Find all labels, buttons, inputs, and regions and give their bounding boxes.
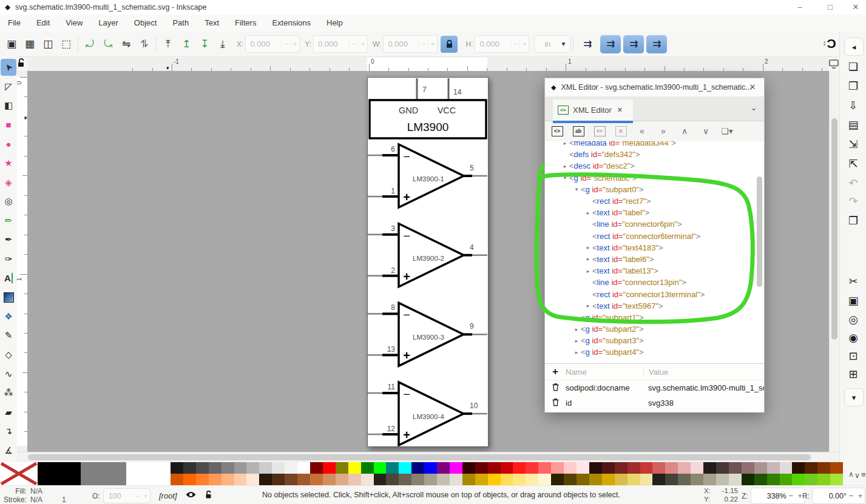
tab-xml-editor[interactable]: <> XML Editor ✕ [553,99,633,123]
expander-closed-icon[interactable]: ▸ [584,244,592,250]
xml-tree-row[interactable]: ▸<text id="label6"> [545,254,764,265]
swatch-c87137[interactable] [310,474,323,485]
current-layer[interactable]: [root] [159,491,177,500]
swatch-000080[interactable] [411,462,424,474]
swatch-b3b3b3[interactable] [246,462,259,474]
swatch-ffccaa[interactable] [234,474,247,485]
xml-tree-row[interactable]: ▸<text id="text5967"> [545,300,764,312]
minimize-button[interactable]: – [787,0,813,15]
swatch-89d019[interactable] [817,474,830,485]
menu-help[interactable]: Help [319,15,351,32]
swatch-6c5353[interactable] [729,462,742,474]
swatch-6ecc22[interactable] [805,474,817,485]
expander-closed-icon[interactable]: ▸ [561,141,569,146]
tab-close-icon[interactable]: ✕ [617,106,623,114]
close-button[interactable]: ✕ [842,0,866,15]
layer-lock-icon[interactable] [205,490,213,501]
swatch-ffe680[interactable] [513,474,526,485]
unit-selector[interactable]: in▼ [534,35,570,53]
opacity-decrement[interactable]: − [134,492,142,500]
tweak-tool[interactable]: ∿ [1,366,16,383]
expander-open-icon[interactable]: ▾ [572,186,581,192]
swatch-c6bfb1[interactable] [437,474,450,485]
calligraphy-tool[interactable]: ✒ [1,231,16,248]
swatch-ffcc00[interactable] [488,474,501,485]
swatch-22211c[interactable] [652,474,665,485]
swatch-676553[interactable] [678,474,691,485]
move-gradients-toggle[interactable]: ⇉ [623,35,644,53]
swatch-a3e635[interactable] [830,474,843,485]
menu-extensions[interactable]: Extensions [264,15,319,32]
menu-text[interactable]: Text [197,15,227,32]
menu-edit[interactable]: Edit [29,15,58,32]
swatch-ffffff[interactable] [297,462,310,474]
selector-tool[interactable]: ➤ [1,59,16,76]
swatch-ffb380[interactable] [222,474,234,485]
collapse-dock-icon[interactable]: ◂ [844,38,864,56]
opacity-input[interactable]: 100 − + [103,488,151,503]
swatch-deaa87[interactable] [336,474,348,485]
unindent-node-icon[interactable]: « [633,124,651,138]
swatch-008080[interactable] [386,462,399,474]
swatch-2b2200[interactable] [551,474,564,485]
swatch-800080[interactable] [437,462,450,474]
w-field[interactable]: 0.000−+ [383,35,438,53]
expander-closed-icon[interactable]: ▸ [584,303,592,309]
opacity-increment[interactable]: + [142,492,150,500]
xml-tree-row[interactable]: ▸<g id="subpart2"> [545,323,764,335]
swatch-ddbb44[interactable] [615,474,628,485]
swatch-ffdd55[interactable] [501,474,513,485]
swatch-a05a2c[interactable] [297,474,310,485]
swatch-ff9999[interactable] [551,462,564,474]
menu-filters[interactable]: Filters [227,15,264,32]
marker-tool[interactable]: ✑ [1,250,16,267]
zoom-center-page-icon[interactable]: ⊞ [844,366,862,383]
swatch-ffcccc[interactable] [564,462,577,474]
swatch-008000[interactable] [361,462,374,474]
swatch-ff9955[interactable] [209,474,222,485]
swatch-803300[interactable] [817,462,830,474]
xml-tree-row[interactable]: ▸<metadata id="metadata344"> [545,141,764,149]
swatch-552200[interactable] [805,462,817,474]
lock-width-height-button[interactable] [441,36,458,53]
zoom-input[interactable]: 338% − + [751,488,805,504]
flip-horizontal-icon[interactable]: ⇋ [117,35,135,53]
expander-open-icon[interactable]: ▾ [561,175,569,181]
swatch-e9afaf[interactable] [678,462,691,474]
chevron-down-icon[interactable]: ⌄ [751,104,757,112]
xml-tree-row[interactable]: <line id="connector6pin"> [545,218,764,230]
xml-tree-row[interactable]: ▸<text id="label13"> [545,265,764,277]
swatch-4d4536[interactable] [386,474,399,485]
swatch-28170b[interactable] [259,474,272,485]
swatch-502d16[interactable] [272,474,285,485]
swatch-aa4400[interactable] [830,462,843,474]
swatch-aa8800[interactable] [462,474,475,485]
new-element-node-icon[interactable]: <> [548,124,566,138]
attribute-row[interactable]: idsvg338 [545,395,764,411]
y-field-decrement[interactable]: − [349,39,358,49]
snap-toggle-icon[interactable]: Ɔ•• [823,35,840,52]
xml-tree-row[interactable]: ▸<g id="subpart3"> [545,335,764,346]
h-field[interactable]: 0.000−+ [475,35,529,53]
swatch-00ff00[interactable] [374,462,387,474]
swatch-6b6253[interactable] [399,474,411,485]
zoom-page-icon[interactable]: ⊡ [844,348,862,365]
fill-stroke-indicator[interactable]: Fill: N/A Stroke: N/A 1 [4,487,72,504]
swatch-280b0b[interactable] [589,462,602,474]
swatch-808080[interactable] [222,462,234,474]
palette-menu-icon[interactable]: ≡ [861,470,866,479]
commands-menu-icon[interactable]: ▾ [844,388,864,406]
expander-closed-icon[interactable]: ▸ [584,210,592,216]
swatch-c8b7b7[interactable] [767,462,780,474]
delete-node-icon[interactable]: ✕ [612,124,630,138]
shape-builder-tool[interactable]: ◧ [1,97,16,114]
rotate-ccw-icon[interactable]: ⤾ [81,35,99,53]
move-node-down-icon[interactable]: ∨ [697,124,715,138]
node-tool[interactable]: ◸ [1,78,16,95]
rotation-increment[interactable]: + [856,491,865,500]
xml-tree-row[interactable]: ▸<text id="label"> [545,207,764,218]
duplicate-node-icon[interactable]: <> [590,124,609,138]
scale-stroke-toggle[interactable]: ⇉ [577,35,598,53]
raise-icon[interactable]: ↥ [177,35,195,53]
new-document-icon[interactable]: ❏ [844,58,862,75]
